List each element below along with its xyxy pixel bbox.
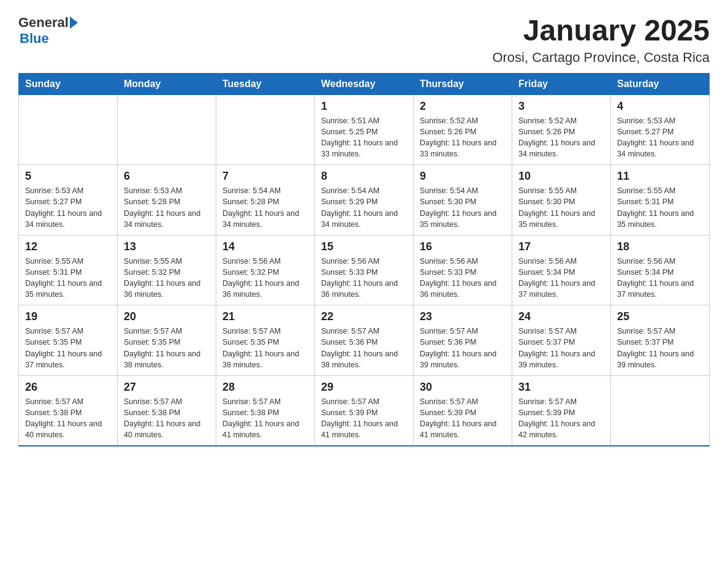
day-number: 30 (420, 381, 506, 394)
calendar-cell-w3-d1: 12Sunrise: 5:55 AMSunset: 5:31 PMDayligh… (19, 235, 118, 305)
day-info: Sunrise: 5:53 AMSunset: 5:27 PMDaylight:… (617, 115, 703, 160)
day-info: Sunrise: 5:54 AMSunset: 5:28 PMDaylight:… (222, 185, 308, 230)
calendar-cell-w2-d4: 8Sunrise: 5:54 AMSunset: 5:29 PMDaylight… (315, 165, 414, 236)
day-info: Sunrise: 5:57 AMSunset: 5:36 PMDaylight:… (420, 326, 506, 370)
calendar-cell-w5-d4: 29Sunrise: 5:57 AMSunset: 5:39 PMDayligh… (315, 375, 414, 446)
day-info: Sunrise: 5:52 AMSunset: 5:26 PMDaylight:… (420, 115, 506, 160)
calendar-table: SundayMondayTuesdayWednesdayThursdayFrid… (18, 73, 710, 447)
day-number: 17 (518, 240, 604, 253)
day-info: Sunrise: 5:57 AMSunset: 5:38 PMDaylight:… (124, 396, 210, 441)
day-info: Sunrise: 5:52 AMSunset: 5:26 PMDaylight:… (518, 115, 604, 160)
day-info: Sunrise: 5:57 AMSunset: 5:39 PMDaylight:… (518, 396, 604, 441)
calendar-cell-w4-d1: 19Sunrise: 5:57 AMSunset: 5:35 PMDayligh… (19, 305, 118, 376)
day-number: 27 (124, 381, 210, 394)
week-row-4: 19Sunrise: 5:57 AMSunset: 5:35 PMDayligh… (19, 305, 710, 376)
calendar-cell-w4-d3: 21Sunrise: 5:57 AMSunset: 5:35 PMDayligh… (216, 305, 315, 376)
calendar-body: 1Sunrise: 5:51 AMSunset: 5:25 PMDaylight… (19, 94, 710, 446)
day-number: 15 (321, 240, 407, 253)
day-number: 28 (222, 381, 308, 394)
calendar-cell-w2-d3: 7Sunrise: 5:54 AMSunset: 5:28 PMDaylight… (216, 165, 315, 236)
day-number: 13 (124, 240, 210, 253)
day-info: Sunrise: 5:55 AMSunset: 5:31 PMDaylight:… (25, 256, 111, 301)
day-number: 3 (518, 100, 604, 113)
day-info: Sunrise: 5:57 AMSunset: 5:37 PMDaylight:… (518, 326, 604, 370)
header-monday: Monday (118, 73, 216, 94)
day-number: 23 (420, 310, 506, 323)
days-of-week-row: SundayMondayTuesdayWednesdayThursdayFrid… (19, 73, 710, 94)
header-sunday: Sunday (19, 73, 118, 94)
day-info: Sunrise: 5:57 AMSunset: 5:37 PMDaylight:… (617, 326, 703, 370)
calendar-cell-w3-d6: 17Sunrise: 5:56 AMSunset: 5:34 PMDayligh… (512, 235, 611, 305)
calendar-cell-w2-d7: 11Sunrise: 5:55 AMSunset: 5:31 PMDayligh… (611, 165, 710, 236)
header-saturday: Saturday (611, 73, 710, 94)
day-info: Sunrise: 5:55 AMSunset: 5:30 PMDaylight:… (518, 185, 604, 230)
calendar-cell-w3-d7: 18Sunrise: 5:56 AMSunset: 5:34 PMDayligh… (611, 235, 710, 305)
day-number: 25 (617, 310, 703, 323)
day-number: 11 (617, 170, 703, 183)
day-number: 24 (518, 310, 604, 323)
day-number: 8 (321, 170, 407, 183)
calendar-cell-w4-d6: 24Sunrise: 5:57 AMSunset: 5:37 PMDayligh… (512, 305, 611, 376)
week-row-3: 12Sunrise: 5:55 AMSunset: 5:31 PMDayligh… (19, 235, 710, 305)
calendar-header: SundayMondayTuesdayWednesdayThursdayFrid… (19, 73, 710, 94)
day-number: 10 (518, 170, 604, 183)
calendar-cell-w4-d5: 23Sunrise: 5:57 AMSunset: 5:36 PMDayligh… (414, 305, 512, 376)
day-info: Sunrise: 5:56 AMSunset: 5:32 PMDaylight:… (222, 256, 308, 301)
calendar-cell-w5-d6: 31Sunrise: 5:57 AMSunset: 5:39 PMDayligh… (512, 375, 611, 446)
calendar-cell-w1-d4: 1Sunrise: 5:51 AMSunset: 5:25 PMDaylight… (315, 94, 414, 165)
calendar-cell-w4-d2: 20Sunrise: 5:57 AMSunset: 5:35 PMDayligh… (118, 305, 216, 376)
logo-blue-text: Blue (20, 31, 49, 47)
week-row-2: 5Sunrise: 5:53 AMSunset: 5:27 PMDaylight… (19, 165, 710, 236)
header-tuesday: Tuesday (216, 73, 315, 94)
day-number: 29 (321, 381, 407, 394)
day-info: Sunrise: 5:53 AMSunset: 5:28 PMDaylight:… (124, 185, 210, 230)
day-info: Sunrise: 5:55 AMSunset: 5:32 PMDaylight:… (124, 256, 210, 301)
day-info: Sunrise: 5:56 AMSunset: 5:33 PMDaylight:… (420, 256, 506, 301)
day-number: 18 (617, 240, 703, 253)
day-number: 19 (25, 310, 111, 323)
logo-arrow-icon (70, 17, 78, 29)
day-number: 14 (222, 240, 308, 253)
week-row-5: 26Sunrise: 5:57 AMSunset: 5:38 PMDayligh… (19, 375, 710, 446)
logo-general-text: General (18, 15, 69, 31)
day-info: Sunrise: 5:57 AMSunset: 5:35 PMDaylight:… (25, 326, 111, 370)
week-row-1: 1Sunrise: 5:51 AMSunset: 5:25 PMDaylight… (19, 94, 710, 165)
calendar-cell-w1-d5: 2Sunrise: 5:52 AMSunset: 5:26 PMDaylight… (414, 94, 512, 165)
calendar-cell-w4-d4: 22Sunrise: 5:57 AMSunset: 5:36 PMDayligh… (315, 305, 414, 376)
day-info: Sunrise: 5:51 AMSunset: 5:25 PMDaylight:… (321, 115, 407, 160)
page-header: General Blue January 2025 Orosi, Cartago… (18, 15, 710, 66)
day-number: 9 (420, 170, 506, 183)
calendar-cell-w2-d5: 9Sunrise: 5:54 AMSunset: 5:30 PMDaylight… (414, 165, 512, 236)
day-number: 21 (222, 310, 308, 323)
calendar-cell-w2-d2: 6Sunrise: 5:53 AMSunset: 5:28 PMDaylight… (118, 165, 216, 236)
day-info: Sunrise: 5:57 AMSunset: 5:35 PMDaylight:… (124, 326, 210, 370)
day-info: Sunrise: 5:57 AMSunset: 5:38 PMDaylight:… (25, 396, 111, 441)
calendar-cell-w3-d4: 15Sunrise: 5:56 AMSunset: 5:33 PMDayligh… (315, 235, 414, 305)
calendar-cell-w5-d5: 30Sunrise: 5:57 AMSunset: 5:39 PMDayligh… (414, 375, 512, 446)
calendar-cell-w2-d1: 5Sunrise: 5:53 AMSunset: 5:27 PMDaylight… (19, 165, 118, 236)
day-number: 1 (321, 100, 407, 113)
title-block: January 2025 Orosi, Cartago Province, Co… (492, 15, 710, 66)
calendar-cell-w5-d1: 26Sunrise: 5:57 AMSunset: 5:38 PMDayligh… (19, 375, 118, 446)
calendar-cell-w3-d3: 14Sunrise: 5:56 AMSunset: 5:32 PMDayligh… (216, 235, 315, 305)
calendar-cell-w1-d6: 3Sunrise: 5:52 AMSunset: 5:26 PMDaylight… (512, 94, 611, 165)
calendar-cell-w4-d7: 25Sunrise: 5:57 AMSunset: 5:37 PMDayligh… (611, 305, 710, 376)
day-info: Sunrise: 5:54 AMSunset: 5:30 PMDaylight:… (420, 185, 506, 230)
calendar-cell-w5-d7 (611, 375, 710, 446)
header-thursday: Thursday (414, 73, 512, 94)
day-info: Sunrise: 5:57 AMSunset: 5:39 PMDaylight:… (321, 396, 407, 441)
day-number: 6 (124, 170, 210, 183)
day-number: 20 (124, 310, 210, 323)
day-info: Sunrise: 5:56 AMSunset: 5:34 PMDaylight:… (617, 256, 703, 301)
day-number: 5 (25, 170, 111, 183)
calendar-cell-w5-d3: 28Sunrise: 5:57 AMSunset: 5:38 PMDayligh… (216, 375, 315, 446)
calendar-cell-w1-d7: 4Sunrise: 5:53 AMSunset: 5:27 PMDaylight… (611, 94, 710, 165)
header-friday: Friday (512, 73, 611, 94)
subtitle: Orosi, Cartago Province, Costa Rica (492, 50, 710, 66)
day-number: 2 (420, 100, 506, 113)
day-info: Sunrise: 5:57 AMSunset: 5:35 PMDaylight:… (222, 326, 308, 370)
calendar-cell-w1-d2 (118, 94, 216, 165)
calendar-cell-w3-d2: 13Sunrise: 5:55 AMSunset: 5:32 PMDayligh… (118, 235, 216, 305)
calendar-cell-w1-d3 (216, 94, 315, 165)
calendar-cell-w3-d5: 16Sunrise: 5:56 AMSunset: 5:33 PMDayligh… (414, 235, 512, 305)
